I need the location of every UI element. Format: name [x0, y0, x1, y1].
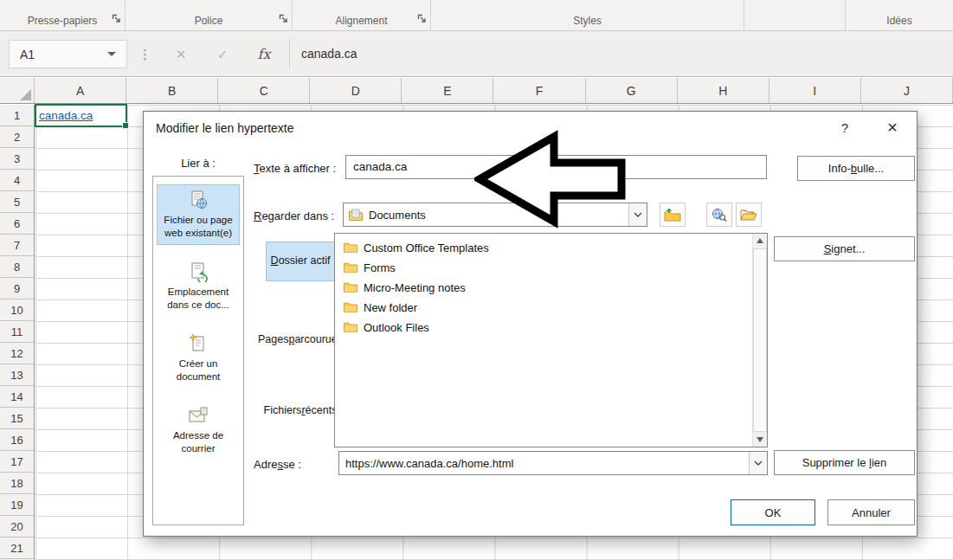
- column-header[interactable]: I: [769, 78, 861, 103]
- name-box-value: A1: [10, 48, 107, 61]
- dialog-title: Modifier le lien hypertexte: [156, 112, 294, 145]
- file-name: Custom Office Templates: [364, 241, 489, 254]
- email-icon: [158, 405, 238, 428]
- dialog-launcher-icon[interactable]: [279, 11, 288, 27]
- column-header[interactable]: E: [402, 78, 493, 103]
- bookmark-button[interactable]: Signet...: [774, 236, 915, 261]
- ok-button[interactable]: OK: [731, 499, 815, 525]
- row-header[interactable]: 7: [0, 235, 34, 256]
- column-headers: A B C D E F G H I J: [0, 78, 953, 104]
- row-header[interactable]: 20: [0, 516, 34, 537]
- ribbon-group: Idées: [846, 0, 953, 30]
- row-header[interactable]: 3: [0, 148, 34, 170]
- scroll-thumb[interactable]: [753, 248, 767, 432]
- dropdown-arrow-icon[interactable]: [628, 203, 647, 226]
- folder-icon: [344, 261, 357, 275]
- tab-browsed-pages[interactable]: Pages parcourues: [266, 319, 335, 361]
- sidebar-item-existing-file[interactable]: Fichier ou page web existant(e): [157, 184, 240, 245]
- row-header[interactable]: 17: [0, 451, 34, 473]
- row-header[interactable]: 21: [0, 537, 34, 559]
- browse-files-button[interactable]: [736, 203, 762, 227]
- insert-function-button[interactable]: fx: [246, 31, 282, 77]
- look-in-label: Regarder dans :: [254, 209, 334, 222]
- sidebar-item-email-address[interactable]: Adresse de courrier: [157, 400, 240, 460]
- help-button[interactable]: ?: [827, 112, 863, 145]
- row-header[interactable]: 10: [0, 299, 34, 321]
- ribbon-group: [744, 0, 846, 30]
- row-header[interactable]: 19: [0, 494, 34, 516]
- formula-input[interactable]: canada.ca: [301, 31, 357, 77]
- dropdown-arrow-icon[interactable]: [749, 452, 767, 474]
- column-header[interactable]: G: [586, 78, 678, 103]
- link-to-sidebar: Fichier ou page web existant(e) Emplacem…: [152, 176, 244, 525]
- file-list-item[interactable]: New folder: [335, 298, 751, 318]
- row-header[interactable]: 13: [0, 364, 34, 386]
- row-header[interactable]: 16: [0, 429, 34, 451]
- name-box[interactable]: A1: [9, 40, 127, 68]
- file-name: Micro-Meeting notes: [364, 281, 466, 294]
- row-header[interactable]: 11: [0, 321, 34, 343]
- column-header[interactable]: C: [218, 78, 310, 103]
- row-header[interactable]: 15: [0, 408, 34, 429]
- cancel-entry-button[interactable]: ✕: [163, 31, 199, 77]
- tab-current-folder[interactable]: Dossier actif: [266, 241, 335, 281]
- row-header[interactable]: 6: [0, 213, 34, 235]
- sidebar-item-create-document[interactable]: Créer un document: [157, 328, 240, 389]
- ribbon-group: Police: [126, 0, 293, 30]
- sidebar-item-label: Adresse de courrier: [173, 430, 223, 454]
- row-header[interactable]: 14: [0, 386, 34, 408]
- tooltip-button[interactable]: Info-bulle...: [797, 156, 915, 181]
- dialog-launcher-icon[interactable]: [112, 11, 121, 27]
- row-header[interactable]: 12: [0, 343, 34, 364]
- file-list-item[interactable]: Micro-Meeting notes: [335, 278, 751, 298]
- folder-icon: [344, 321, 357, 335]
- ribbon-group-label: Alignement: [335, 15, 387, 27]
- enter-entry-button[interactable]: ✓: [204, 31, 241, 77]
- file-list-item[interactable]: Custom Office Templates: [335, 238, 751, 258]
- ribbon-group-label: Idées: [886, 15, 911, 27]
- file-list-items: Custom Office Templates Forms Micro-Meet…: [335, 234, 751, 447]
- column-header[interactable]: D: [310, 78, 402, 103]
- browse-web-button[interactable]: [706, 203, 732, 227]
- sidebar-item-label: Fichier ou page web existant(e): [164, 215, 232, 238]
- select-all-corner[interactable]: [0, 78, 35, 103]
- formula-bar: A1 ⋮ ✕ ✓ fx canada.ca: [0, 31, 953, 77]
- scroll-up-icon[interactable]: [753, 234, 767, 248]
- row-header[interactable]: 2: [0, 126, 34, 148]
- selection-border: [35, 104, 127, 127]
- folder-icon: [344, 281, 357, 295]
- row-header[interactable]: 8: [0, 256, 34, 278]
- dialog-launcher-icon[interactable]: [417, 11, 427, 27]
- ribbon-group-label: Styles: [573, 15, 602, 27]
- scrollbar[interactable]: [752, 234, 767, 447]
- sidebar-item-label: Créer un document: [177, 358, 221, 382]
- ribbon-group: Presse-papiers: [0, 0, 126, 30]
- column-header[interactable]: B: [126, 78, 218, 103]
- row-header[interactable]: 5: [0, 191, 34, 213]
- file-list-item[interactable]: Outlook Files: [335, 318, 751, 338]
- column-header[interactable]: A: [35, 78, 126, 103]
- file-name: Outlook Files: [364, 321, 429, 334]
- file-list-item[interactable]: Forms: [335, 258, 751, 278]
- cancel-button[interactable]: Annuler: [827, 499, 915, 525]
- scroll-down-icon[interactable]: [753, 433, 767, 447]
- remove-link-button[interactable]: Supprimer le lien: [774, 450, 915, 475]
- place-in-document-icon: [158, 261, 238, 284]
- close-button[interactable]: ✕: [872, 112, 913, 145]
- name-box-dropdown-icon[interactable]: [107, 52, 116, 56]
- column-header[interactable]: F: [493, 78, 585, 103]
- address-combobox[interactable]: https://www.canada.ca/home.html: [338, 451, 768, 475]
- row-header[interactable]: 9: [0, 278, 34, 299]
- ribbon-group-label: Presse-papiers: [28, 15, 98, 27]
- tab-recent-files[interactable]: Fichiers récents: [266, 390, 335, 432]
- sidebar-item-place-in-document[interactable]: Emplacement dans ce doc...: [157, 256, 240, 317]
- folder-icon: [344, 241, 357, 255]
- up-one-folder-button[interactable]: [660, 203, 686, 227]
- column-header[interactable]: H: [678, 78, 769, 103]
- address-label: Adresse :: [254, 458, 301, 471]
- row-header[interactable]: 1: [0, 105, 34, 126]
- row-header[interactable]: 18: [0, 473, 34, 494]
- row-header[interactable]: 4: [0, 170, 34, 191]
- folder-icon: [344, 301, 357, 315]
- column-header[interactable]: J: [861, 78, 953, 103]
